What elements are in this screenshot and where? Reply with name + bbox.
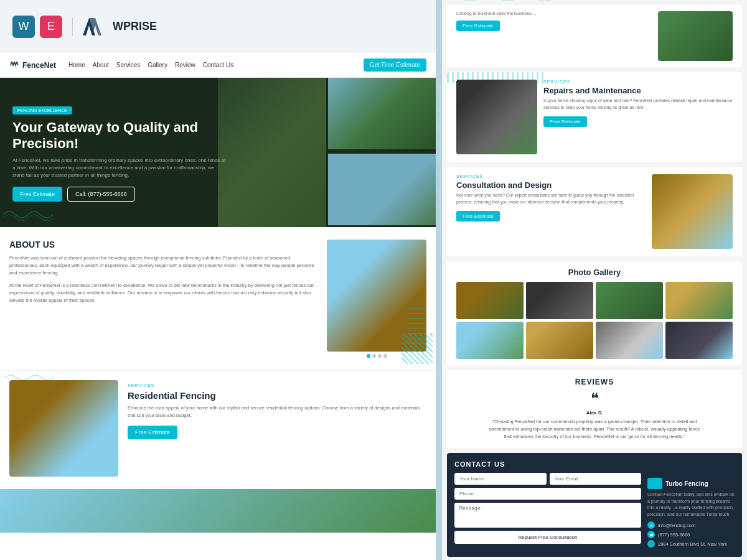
residential-service-text: Enhance the curb appeal of your home wit… xyxy=(128,404,426,419)
contact-title: CONTACT US xyxy=(454,460,735,468)
contact-name-input[interactable] xyxy=(454,473,547,485)
repairs-text-content: SERVICES Repairs and Maintenance Is your… xyxy=(543,80,733,127)
contact-email-input[interactable] xyxy=(550,473,642,485)
dot-4[interactable] xyxy=(383,354,387,358)
nav-contact[interactable]: Contact Us xyxy=(203,62,233,68)
service-dots-right xyxy=(408,307,426,344)
contact-info-panel: Turbo Fencing Contact FenceNet today, an… xyxy=(647,478,735,549)
nav-services[interactable]: Services xyxy=(116,62,140,68)
hero-call-button[interactable]: Call: (877)-555-6666 xyxy=(67,187,135,202)
partial-service-top: Looking to build and save the business..… xyxy=(447,5,742,67)
nav-about[interactable]: About xyxy=(93,62,109,68)
consultation-text-content: SERVICES Consultation and Design Not sur… xyxy=(456,174,646,222)
site-navigation: FenceNet Home About Services Gallery Rev… xyxy=(0,53,436,78)
about-section: ABOUT US FenceNet was born out of a shar… xyxy=(0,227,436,370)
about-paragraph-1: FenceNet was born out of a shared passio… xyxy=(9,254,317,277)
residential-service-content: SERVICES Residential Fencing Enhance the… xyxy=(128,380,426,439)
repairs-image xyxy=(456,80,537,154)
gallery-item-4[interactable] xyxy=(665,282,733,319)
wordpress-icon[interactable]: W xyxy=(12,16,35,38)
contact-email-text: info@fencing.com xyxy=(658,523,695,528)
nav-cta-button[interactable]: Get Free Estimate xyxy=(364,58,426,72)
toolbar: W E WPRISE xyxy=(0,0,436,53)
repairs-text: Is your fence showing signs of wear and … xyxy=(543,98,733,111)
hero-text: At FenceNet, we take pride in transformi… xyxy=(12,157,227,179)
gallery-title: Photo Gallery xyxy=(456,268,733,277)
hero-image-3 xyxy=(328,154,436,228)
hero-cta-button[interactable]: Free Estimate xyxy=(12,187,62,202)
residential-image-wrapper xyxy=(9,380,118,477)
residential-cta-button[interactable]: Free Estimate xyxy=(128,426,177,439)
dot-2[interactable] xyxy=(372,354,376,358)
site-logo-text: FenceNet xyxy=(22,61,56,70)
consultation-image xyxy=(652,174,733,249)
hero-badge: FENCING EXCELLENCE xyxy=(12,106,72,114)
repairs-section: SERVICES Repairs and Maintenance Is your… xyxy=(447,72,742,162)
contact-email-item: ✉ info@fencing.com xyxy=(647,521,735,529)
fencenet-logo-icon xyxy=(9,62,19,69)
gallery-section: Photo Gallery xyxy=(447,261,742,365)
contact-brand-logo xyxy=(647,478,662,489)
brand-logo: WPRISE xyxy=(83,18,157,35)
toolbar-divider xyxy=(72,17,73,36)
repairs-content: SERVICES Repairs and Maintenance Is your… xyxy=(447,72,742,162)
consultation-title: Consultation and Design xyxy=(456,180,646,190)
contact-phone-item: ☎ (877) 555-6666 xyxy=(647,531,735,538)
contact-phone-text: (877) 555-6666 xyxy=(658,532,690,538)
quote-icon: ❝ xyxy=(456,390,733,408)
repairs-label: SERVICES xyxy=(543,80,733,84)
reviews-content: REVIEWS ❝ Alex S. "Choosing FenceNet for… xyxy=(447,370,742,448)
consultation-cta-button[interactable]: Free Estimate xyxy=(456,211,500,222)
contact-form-wrapper: Request Free Consultation xyxy=(454,473,641,549)
contact-brand: Turbo Fencing xyxy=(647,478,735,489)
elementor-icon[interactable]: E xyxy=(40,16,62,38)
residential-service-image xyxy=(9,380,118,477)
reviewer-name: Alex S. xyxy=(456,410,733,416)
wprise-logo-icon xyxy=(83,18,108,35)
contact-message-input[interactable] xyxy=(454,503,641,528)
gallery-item-1[interactable] xyxy=(456,282,524,319)
reviews-title: REVIEWS xyxy=(456,378,733,386)
nav-review[interactable]: Review xyxy=(175,62,195,68)
about-title: ABOUT US xyxy=(9,240,317,250)
gallery-item-3[interactable] xyxy=(596,282,663,319)
residential-service-section: SERVICES Residential Fencing Enhance the… xyxy=(0,370,436,486)
repairs-cta-button[interactable]: Free Estimate xyxy=(543,116,587,127)
gallery-item-8[interactable] xyxy=(665,322,733,359)
contact-address-text: 2884 Southern Blvd St, New York xyxy=(658,541,727,547)
reviews-section: REVIEWS ❝ Alex S. "Choosing FenceNet for… xyxy=(447,370,742,448)
location-icon: 📍 xyxy=(647,540,655,548)
gallery-item-7[interactable] xyxy=(596,322,663,359)
hero-buttons: Free Estimate Call: (877)-555-6666 xyxy=(12,187,227,202)
contact-phone-input[interactable] xyxy=(454,488,641,500)
email-icon: ✉ xyxy=(647,521,655,529)
contact-description: Contact FenceNet today, and let's embark… xyxy=(647,492,735,518)
hero-title: Your Gateway to Quality and Precision! xyxy=(12,119,227,152)
dot-3[interactable] xyxy=(378,354,382,358)
gallery-item-5[interactable] xyxy=(456,322,524,359)
hero-section: FENCING EXCELLENCE Your Gateway to Quali… xyxy=(0,78,436,227)
gallery-item-2[interactable] xyxy=(526,282,593,319)
partial-cta-button[interactable]: Free Estimate xyxy=(456,21,500,31)
gallery-content: Photo Gallery xyxy=(447,261,742,365)
contact-brand-name: Turbo Fencing xyxy=(665,480,708,487)
partial-text: Looking to build and save the business..… xyxy=(456,11,652,16)
contact-submit-button[interactable]: Request Free Consultation xyxy=(454,531,641,544)
nav-home[interactable]: Home xyxy=(68,62,85,68)
contact-address-item: 📍 2884 Southern Blvd St, New York xyxy=(647,540,735,548)
contact-form: Request Free Consultation xyxy=(454,473,641,544)
nav-gallery[interactable]: Gallery xyxy=(148,62,167,68)
partial-card-text: Looking to build and save the business..… xyxy=(456,11,652,31)
consultation-text: Not sure what you need? Our expert consu… xyxy=(456,192,646,205)
consultation-label: SERVICES xyxy=(456,174,646,179)
site-logo: FenceNet xyxy=(9,61,56,70)
consultation-content: SERVICES Consultation and Design Not sur… xyxy=(447,167,742,256)
phone-icon: ☎ xyxy=(647,531,655,538)
svg-marker-1 xyxy=(89,18,101,35)
website-mockup-right: Looking to build and save the business..… xyxy=(442,0,747,560)
residential-service-title: Residential Fencing xyxy=(128,390,426,401)
partial-service-image xyxy=(658,11,733,61)
hero-image-2 xyxy=(328,78,436,152)
gallery-item-6[interactable] xyxy=(526,322,593,359)
dot-1[interactable] xyxy=(367,354,370,358)
